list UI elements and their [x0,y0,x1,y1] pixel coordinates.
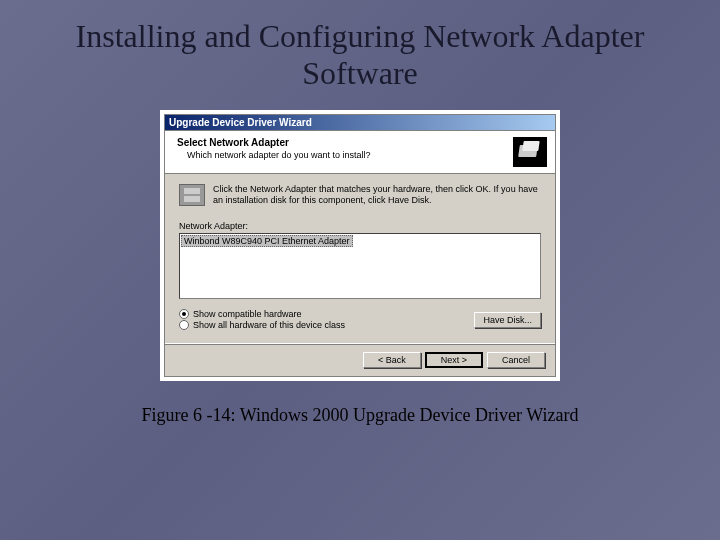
cancel-button[interactable]: Cancel [487,352,545,368]
list-item[interactable]: Winbond W89C940 PCI Ethernet Adapter [181,235,353,247]
radio-show-compatible[interactable] [179,309,189,319]
wizard-window: Upgrade Device Driver Wizard Select Netw… [164,114,556,377]
window-titlebar: Upgrade Device Driver Wizard [165,115,555,131]
network-card-icon [179,184,205,206]
back-button[interactable]: < Back [363,352,421,368]
wizard-footer: < Back Next > Cancel [165,343,555,376]
slide-title: Installing and Configuring Network Adapt… [0,0,720,102]
wizard-instruction: Click the Network Adapter that matches y… [213,184,541,207]
radio-show-compatible-label: Show compatible hardware [193,309,302,319]
wizard-header-subtitle: Which network adapter do you want to ins… [177,150,505,160]
wizard-screenshot: Upgrade Device Driver Wizard Select Netw… [160,110,560,381]
radio-show-all-label: Show all hardware of this device class [193,320,345,330]
wizard-header: Select Network Adapter Which network ada… [165,131,555,174]
adapter-card-icon [513,137,547,167]
list-label: Network Adapter: [179,221,541,231]
network-adapter-listbox[interactable]: Winbond W89C940 PCI Ethernet Adapter [179,233,541,299]
next-button[interactable]: Next > [425,352,483,368]
wizard-header-title: Select Network Adapter [177,137,505,148]
figure-caption: Figure 6 -14: Windows 2000 Upgrade Devic… [0,405,720,426]
have-disk-button[interactable]: Have Disk... [474,312,541,328]
wizard-body: Click the Network Adapter that matches y… [165,174,555,343]
radio-show-all[interactable] [179,320,189,330]
